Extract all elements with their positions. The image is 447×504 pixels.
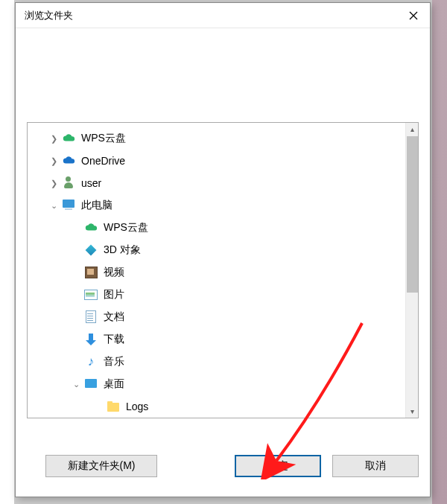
- cloud-green-icon: [84, 221, 98, 235]
- 3d-icon: [84, 243, 98, 257]
- tree-node[interactable]: ❯WPS云盘: [35, 127, 405, 150]
- cloud-green-icon: [62, 132, 75, 145]
- music-icon: ♪: [84, 355, 98, 369]
- tree-node[interactable]: Logs: [35, 395, 405, 418]
- close-icon: [409, 11, 418, 20]
- video-icon: [84, 266, 98, 279]
- tree-node-label: 桌面: [104, 377, 124, 391]
- dialog-title: 浏览文件夹: [25, 9, 73, 22]
- cancel-button[interactable]: 取消: [332, 455, 419, 477]
- expand-icon[interactable]: ❯: [48, 133, 59, 144]
- new-folder-button[interactable]: 新建文件夹(M): [45, 455, 157, 477]
- close-button[interactable]: [396, 3, 430, 28]
- vertical-scrollbar[interactable]: ▴ ▾: [405, 123, 418, 418]
- new-folder-label: 新建文件夹(M): [68, 459, 136, 473]
- tree-node-label: 3D 对象: [104, 243, 141, 257]
- down-icon: [84, 333, 98, 346]
- scroll-thumb[interactable]: [407, 136, 418, 293]
- tree-node-label: Logs: [126, 401, 148, 412]
- tree-node-label: 视频: [104, 266, 124, 279]
- tree-node-label: user: [81, 177, 101, 189]
- expand-icon[interactable]: ❯: [48, 178, 59, 188]
- folder-tree-container: ❯WPS云盘❯OneDrive❯user⌄此电脑WPS云盘3D 对象视频图片文档…: [27, 122, 419, 418]
- tree-node-label: 文档: [104, 310, 124, 324]
- tree-node[interactable]: 3D 对象: [35, 239, 405, 261]
- onedrive-icon: [62, 154, 75, 168]
- cancel-label: 取消: [365, 459, 386, 473]
- tree-node-label: OneDrive: [81, 155, 125, 167]
- tree-node[interactable]: 视频: [35, 261, 405, 284]
- collapse-icon[interactable]: ⌄: [48, 200, 59, 211]
- titlebar: 浏览文件夹: [16, 3, 430, 28]
- tree-node[interactable]: 文档: [35, 306, 405, 328]
- tree-node-label: 音乐: [104, 355, 124, 369]
- browse-for-folder-dialog: 浏览文件夹 ❯WPS云盘❯OneDrive❯user⌄此电脑WPS云盘3D 对象…: [15, 2, 431, 497]
- tree-node[interactable]: ♪音乐: [35, 351, 405, 373]
- tree-node[interactable]: 图片: [35, 284, 405, 306]
- expand-icon[interactable]: ❯: [48, 156, 59, 166]
- tree-node[interactable]: ⌄此电脑: [35, 194, 405, 217]
- tree-node[interactable]: ❯OneDrive: [35, 150, 405, 172]
- tree-node-label: 下载: [104, 333, 124, 346]
- tree-node[interactable]: 下载: [35, 328, 405, 351]
- tree-node-label: WPS云盘: [81, 132, 126, 145]
- doc-icon: [84, 310, 98, 324]
- tree-node-label: WPS云盘: [104, 221, 148, 235]
- tree-node[interactable]: ⌄桌面: [35, 373, 405, 395]
- desktop-icon: [84, 377, 98, 391]
- folder-tree[interactable]: ❯WPS云盘❯OneDrive❯user⌄此电脑WPS云盘3D 对象视频图片文档…: [28, 123, 405, 418]
- tree-node-label: 此电脑: [81, 199, 112, 212]
- folder-icon: [107, 400, 120, 413]
- scroll-up-arrow-icon[interactable]: ▴: [406, 123, 419, 135]
- pc-icon: [62, 199, 75, 212]
- user-icon: [62, 176, 75, 190]
- ok-label: 确定: [267, 459, 288, 473]
- collapse-icon[interactable]: ⌄: [71, 379, 81, 389]
- tree-node[interactable]: WPS云盘: [35, 217, 405, 239]
- button-row: 新建文件夹(M) 确定 取消: [27, 454, 419, 478]
- scroll-down-arrow-icon[interactable]: ▾: [406, 405, 419, 418]
- ok-button[interactable]: 确定: [235, 455, 321, 477]
- tree-node[interactable]: ❯user: [35, 172, 405, 194]
- tree-node-label: 图片: [104, 288, 124, 302]
- img-icon: [84, 288, 98, 302]
